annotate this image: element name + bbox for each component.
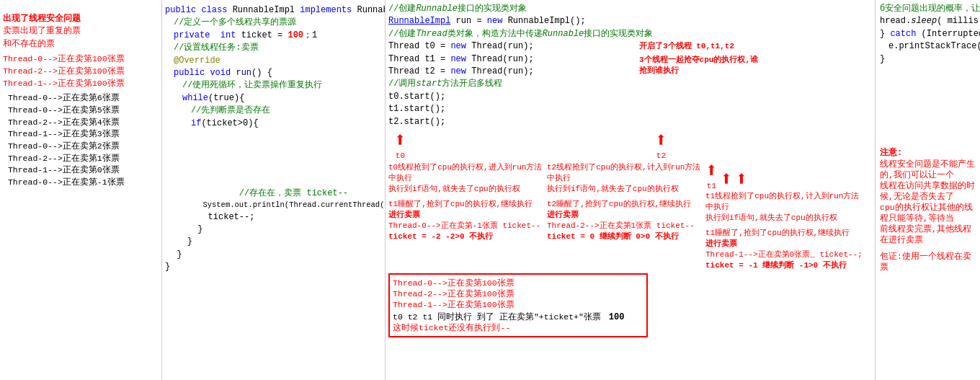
- box-bottom: 这时候ticket还没有执行到--: [393, 322, 643, 333]
- t1-arrow-group: ⬆ t1: [705, 162, 718, 190]
- t-out-8: Thread-0-->正在卖第2张票: [3, 141, 159, 153]
- left-panel: 出现了线程安全问题 卖票出现了重复的票 和不存在的票 Thread-0-->正在…: [0, 0, 162, 380]
- t0-arrow-group: ⬆ t0: [388, 131, 633, 160]
- sleep-line: hread.sleep( millis: 10);: [880, 15, 976, 27]
- close-method: }: [165, 249, 382, 261]
- note-line-3: cpu的执行权让其他的线程只能等待,等待当: [880, 202, 976, 224]
- t2-annotation-2: 执行到if语句,就失去了cpu的执行权: [547, 183, 705, 194]
- thread-t2: Thread t2 = new Thread(run);: [388, 66, 633, 78]
- t1-ticket-val: ticket = -1 继续判断 -1>0 不执行: [705, 260, 864, 270]
- t1-start: t1.start();: [388, 103, 633, 115]
- comment-define: //定义一个多个线程共享的票源: [165, 17, 382, 29]
- t2-arrow-group: ⬆ t2: [655, 131, 667, 160]
- t0-annotation-1: t0线程抢到了cpu的执行权,进入到run方法中执行: [388, 162, 547, 183]
- t1-wake-1: t1睡醒了,抢到了cpu的执行权,继续执行: [388, 198, 547, 209]
- sell-label-2: 进行卖票: [547, 209, 705, 220]
- note-section: 注意: 线程安全问题是不能产生的,我们可以让一个 线程在访问共享数据的时候,无论…: [880, 146, 976, 245]
- close-class: }: [165, 261, 382, 273]
- field-decl: private int ticket = 100；1: [165, 30, 382, 42]
- center-annotations: //创建Runnable接口的实现类对象 RunnableImpl run = …: [386, 0, 876, 380]
- t-out-7: Thread-1-->正在卖第3张票: [3, 128, 159, 141]
- three-col-annotations: t0线程抢到了cpu的执行权,进入到run方法中执行 执行到if语句,就失去了c…: [388, 162, 872, 270]
- guarantee-note: 包证:使用一个线程在卖票: [880, 251, 976, 273]
- t2-thread-out: Thread-2-->正在卖第1张票 ticket--: [547, 220, 705, 231]
- sell-label-3: 进行卖票: [705, 238, 864, 249]
- note-title: 注意:: [880, 146, 976, 159]
- right-code-top: //创建Runnable接口的实现类对象 RunnableImpl run = …: [388, 3, 633, 128]
- main-container: 出现了线程安全问题 卖票出现了重复的票 和不存在的票 Thread-0-->正在…: [0, 0, 980, 380]
- close-if: }: [165, 224, 382, 236]
- t2-start: t2.start();: [388, 116, 633, 128]
- sleep-comment: б安全问题出现的概率，让程序睡眠: [880, 3, 976, 15]
- box-line-3: Thread-1-->正在卖第100张票: [393, 299, 643, 310]
- far-right-code: б安全问题出现的概率，让程序睡眠 hread.sleep( millis: 10…: [880, 3, 976, 66]
- t0-ticket-val: ticket = -2 -2>0 不执行: [388, 231, 547, 242]
- class-decl: public class RunnableImpl implements Run…: [165, 4, 382, 17]
- t1-wake: t1睡醒了,抢到了cpu的执行权,继续执行: [705, 227, 864, 238]
- t2-annotation-1: t2线程抢到了cpu的执行权,计入到run方法中执行: [547, 162, 705, 183]
- println-line: System.out.println(Thread.currentThread(…: [165, 200, 382, 211]
- note-line-1: 线程安全问题是不能产生的,我们可以让一个: [880, 159, 976, 180]
- note-line-4: 前线程卖完票,其他线程在进行卖票: [880, 224, 976, 245]
- t1-thread-out: Thread-1-->正在卖第0张票_ ticket--;: [705, 249, 864, 260]
- comment-sell: //存在在，卖票 ticket--: [165, 187, 382, 200]
- code-panel: public class RunnableImpl implements Run…: [162, 0, 386, 380]
- catch-line: } catch (InterruptedException e) {: [880, 28, 976, 40]
- stacktrace-line: e.printStackTrace();: [880, 40, 976, 53]
- t2-label: t2: [656, 151, 666, 160]
- t-out-5: Thread-0-->正在卖第5张票: [3, 105, 159, 117]
- annotation-compete: 3个线程一起抢夺cpu的执行权,谁抢到谁执行: [639, 54, 763, 76]
- thread-out-1: Thread-0-->正在卖第100张票: [3, 53, 159, 66]
- arrow-up-t1a: ⬆: [705, 162, 718, 182]
- t0-annotation-2: 执行到if语句,就失去了cpu的执行权: [388, 183, 547, 194]
- note-line-2: 线程在访问共享数据的时候,无论是否失去了: [880, 180, 976, 202]
- t2-arrow2: ⬆: [736, 170, 748, 190]
- box-highlight: Thread-0-->正在卖第100张票 Thread-2-->正在卖第100张…: [388, 273, 648, 337]
- annotation-repeat: 卖票出现了重复的票: [3, 25, 159, 37]
- t0-label: t0: [396, 151, 405, 160]
- t2-ticket-val: ticket = 0 继续判断 0>0 不执行: [547, 231, 705, 242]
- comment-create: //创建Runnable接口的实现类对象: [388, 3, 633, 15]
- t-out-9: Thread-2-->正在卖第1张票: [3, 153, 159, 165]
- close-catch: }: [880, 53, 976, 66]
- thread-out-3: Thread-1-->正在卖第100张票: [3, 78, 159, 90]
- close-while: }: [165, 236, 382, 248]
- t0-thread-out: Thread-0-->正在卖第-1张票 ticket--: [388, 220, 547, 231]
- t0-start: t0.start();: [388, 91, 633, 103]
- arrow-up-t2-2: ⬆: [736, 170, 748, 190]
- comment-start: //调用start方法开启多线程: [388, 78, 633, 90]
- right-panel: б安全问题出现的概率，让程序睡眠 hread.sleep( millis: 10…: [876, 0, 980, 380]
- top-code-area: //创建Runnable接口的实现类对象 RunnableImpl run = …: [388, 3, 872, 128]
- t1-annotation-2: 执行到if语句,就失去了cpu的执行权: [705, 212, 864, 223]
- comment-thread: //创建Thread类对象，构造方法中传递Runnable接口的实现类对象: [388, 28, 633, 40]
- t1-annotation-col: ⬆ t1 ⬆ ⬆ t1线程抢到了cpu的执行权,计入到run方法中执行 执行到i…: [705, 162, 864, 270]
- t-out-10: Thread-1-->正在卖第0张票: [3, 164, 159, 177]
- box-middle: t0 t2 t1 同时执行 到了 正在卖第"+ticket+"张票 100: [393, 311, 643, 322]
- t2-annotation-col: t2线程抢到了cpu的执行权,计入到run方法中执行 执行到if语句,就失去了c…: [547, 162, 705, 270]
- arrow-up-t0-2: ⬆: [721, 170, 733, 190]
- override-ann: @Override: [165, 55, 382, 67]
- comment-loop: //使用死循环，让卖票操作重复执行: [165, 79, 382, 92]
- t0-arrow: ⬆ t0: [394, 131, 406, 160]
- runnable-impl-line: RunnableImpl run = new RunnableImpl();: [388, 15, 633, 27]
- annotation-nonexist: 和不存在的票: [3, 38, 159, 50]
- t0-arrow2: ⬆: [721, 170, 733, 190]
- thread-t0: Thread t0 = new Thread(run);: [388, 40, 633, 53]
- while-true: while(true){: [165, 92, 382, 105]
- comment-check: //先判断票是否存在: [165, 105, 382, 117]
- arrow-up-t2: ⬆: [655, 131, 667, 151]
- t-out-4: Thread-0-->正在卖第6张票: [3, 92, 159, 105]
- annotation-open-threads: 开启了3个线程 t0,t1,t2: [639, 40, 763, 51]
- thread-out-2: Thread-2-->正在卖第100张票: [3, 66, 159, 78]
- sell-label-1: 进行卖票: [388, 209, 547, 220]
- t2-wake: t2睡醒了,抢到了cpu的执行权,继续执行: [547, 198, 705, 209]
- arrow-up-t0: ⬆: [394, 131, 406, 151]
- thread-annotations: 开启了3个线程 t0,t1,t2 3个线程一起抢夺cpu的执行权,谁抢到谁执行: [633, 3, 763, 128]
- comment-task: //设置线程任务:卖票: [165, 42, 382, 54]
- t1-label-a: t1: [707, 182, 716, 190]
- box-line-2: Thread-2-->正在卖第100张票: [393, 288, 643, 299]
- arrows-row-1: ⬆ t0 ⬆ t2: [388, 131, 872, 160]
- box-line-1: Thread-0-->正在卖第100张票: [393, 278, 643, 288]
- t-out-11: Thread-0-->正在卖第-1张票: [3, 177, 159, 189]
- annotation-safety: 出现了线程安全问题: [3, 13, 159, 25]
